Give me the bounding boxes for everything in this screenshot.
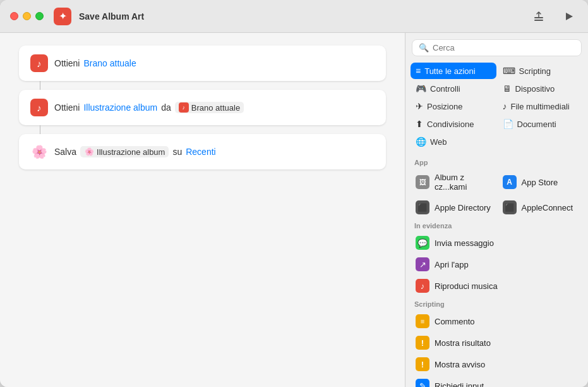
action3-plain1: Salva <box>54 147 76 157</box>
search-bar[interactable]: 🔍 <box>412 39 582 56</box>
richiedi-icon: ✎ <box>416 379 429 387</box>
invia-label: Invia messaggio <box>435 238 494 248</box>
list-item-appstore[interactable]: A App Store <box>498 169 584 195</box>
action1-link1[interactable]: Brano attuale <box>83 58 136 68</box>
badge-music-icon: ♪ <box>179 102 189 113</box>
action2-plain2: da <box>161 102 171 113</box>
main-window: ✦ Save Album Art ♪ <box>0 0 588 387</box>
appledir-icon: ⬛ <box>416 200 429 214</box>
search-icon: 🔍 <box>419 43 429 52</box>
close-button[interactable] <box>10 12 18 20</box>
section-header-inevidenza: In evidenza <box>411 218 583 232</box>
richiedi-label: Richiedi input <box>435 381 484 388</box>
invia-icon: 💬 <box>416 236 429 250</box>
content-area: ♪ Ottieni Brano attuale ♪ Ottieni Illust… <box>0 33 588 387</box>
action2-plain1: Ottieni <box>54 102 80 113</box>
list-item-invia[interactable]: 💬 Invia messaggio <box>411 232 583 254</box>
category-grid: ≡ Tutte le azioni ⌨ Scripting 🎮 Controll… <box>405 63 588 155</box>
list-item-richiedi[interactable]: ✎ Richiedi input <box>411 375 583 387</box>
titlebar: ✦ Save Album Art <box>0 0 588 33</box>
cat-documents[interactable]: 📄 Documenti <box>498 116 584 132</box>
section-header-app: App <box>411 155 583 169</box>
device-icon: 🖥 <box>503 83 512 94</box>
cat-scripting[interactable]: ⌨ Scripting <box>498 63 584 79</box>
cat-controls-label: Controlli <box>430 84 460 94</box>
actions-wrapper: ♪ Ottieni Brano attuale ♪ Ottieni Illust… <box>19 46 386 169</box>
action-block-2: ♪ Ottieni Illustrazione album da ♪ Brano… <box>19 90 386 125</box>
action2-link1[interactable]: Illustrazione album <box>83 102 157 113</box>
cat-sharing[interactable]: ⬆ Condivisione <box>411 116 496 132</box>
appledir-label: Apple Directory <box>435 203 491 212</box>
list-item-commento[interactable]: ≡ Commento <box>411 310 583 332</box>
position-icon: ✈ <box>416 101 423 111</box>
sharing-icon: ⬆ <box>416 119 423 129</box>
action3-plain2: su <box>172 147 182 157</box>
cat-device[interactable]: 🖥 Dispositivo <box>498 80 584 97</box>
albumzcz-icon: 🖼 <box>416 175 429 189</box>
appleconn-label: AppleConnect <box>522 203 573 212</box>
scripting-icon: ⌨ <box>503 66 515 76</box>
list-item-apri[interactable]: ↗ Apri l'app <box>411 254 583 275</box>
cat-web[interactable]: 🌐 Web <box>411 133 496 150</box>
app-section-row: 🖼 Album z cz...kami A App Store ⬛ Apple … <box>411 169 583 218</box>
list-item-albumzcz[interactable]: 🖼 Album z cz...kami <box>411 169 496 195</box>
cat-sharing-label: Condivisione <box>427 120 474 129</box>
mostra-risl-label: Mostra risultato <box>435 338 491 348</box>
maximize-button[interactable] <box>35 12 44 20</box>
cat-all-actions[interactable]: ≡ Tutte le azioni <box>411 63 496 79</box>
badge-text-2: Illustrazione album <box>97 147 165 157</box>
cat-position[interactable]: ✈ Posizione <box>411 98 496 114</box>
list-item-appleconn[interactable]: ⬛ AppleConnect <box>498 197 584 218</box>
cat-all-label: Tutte le azioni <box>424 66 475 76</box>
action2-badge1: ♪ Brano attuale <box>175 102 244 113</box>
list-item-mostra-risl[interactable]: ! Mostra risultato <box>411 332 583 353</box>
sidebar: 🔍 ≡ Tutte le azioni ⌨ Scripting 🎮 Contro… <box>405 33 588 387</box>
cat-controls[interactable]: 🎮 Controlli <box>411 80 496 97</box>
list-item-mostra-avv[interactable]: ! Mostra avviso <box>411 353 583 375</box>
export-button[interactable] <box>530 8 548 25</box>
cat-documents-label: Documenti <box>517 120 556 129</box>
action-block-3: 🌸 Salva 🌸 Illustrazione album su Recenti <box>19 134 386 169</box>
cat-device-label: Dispositivo <box>515 84 555 94</box>
cat-position-label: Posizione <box>427 102 462 111</box>
action-text-1: Ottieni Brano attuale <box>54 58 136 68</box>
svg-rect-1 <box>534 20 543 21</box>
all-actions-icon: ≡ <box>416 66 421 76</box>
traffic-lights <box>10 12 44 20</box>
action1-plain1: Ottieni <box>54 58 80 68</box>
mostra-avv-label: Mostra avviso <box>435 360 485 369</box>
cat-media-label: File multimediali <box>511 102 570 111</box>
search-input[interactable] <box>433 43 575 52</box>
sidebar-list: App 🖼 Album z cz...kami A App Store ⬛ Ap… <box>405 155 588 387</box>
apri-label: Apri l'app <box>435 260 469 269</box>
workflow-panel: ♪ Ottieni Brano attuale ♪ Ottieni Illust… <box>0 33 405 387</box>
action-icon-music-1: ♪ <box>30 54 48 72</box>
cat-scripting-label: Scripting <box>519 66 551 76</box>
list-item-riproduci[interactable]: ♪ Riproduci musica <box>411 275 583 297</box>
titlebar-actions <box>530 8 578 25</box>
apri-icon: ↗ <box>416 257 429 271</box>
badge-photos-icon: 🌸 <box>84 147 94 157</box>
mostra-avv-icon: ! <box>416 357 429 371</box>
action3-link1[interactable]: Recenti <box>186 147 215 157</box>
action-icon-photos: 🌸 <box>30 143 48 161</box>
appstore-label: App Store <box>522 178 558 187</box>
section-header-scripting: Scripting <box>411 297 583 310</box>
minimize-button[interactable] <box>23 12 31 20</box>
media-icon: ♪ <box>503 101 507 111</box>
svg-marker-2 <box>566 13 573 20</box>
run-button[interactable] <box>560 8 578 25</box>
action3-badge1: 🌸 Illustrazione album <box>80 146 169 157</box>
commento-label: Commento <box>435 317 475 326</box>
action-block-1: ♪ Ottieni Brano attuale <box>19 46 386 81</box>
action-text-2: Ottieni Illustrazione album da ♪ Brano a… <box>54 102 244 113</box>
action-text-3: Salva 🌸 Illustrazione album su Recenti <box>54 146 216 157</box>
window-title: Save Album Art <box>79 11 525 22</box>
list-item-appledir[interactable]: ⬛ Apple Directory <box>411 197 496 218</box>
controls-icon: 🎮 <box>416 83 426 94</box>
connector-2 <box>40 125 40 134</box>
cat-media[interactable]: ♪ File multimediali <box>498 98 584 114</box>
app-icon: ✦ <box>54 8 71 25</box>
commento-icon: ≡ <box>416 314 429 328</box>
action-icon-music-2: ♪ <box>30 99 48 116</box>
